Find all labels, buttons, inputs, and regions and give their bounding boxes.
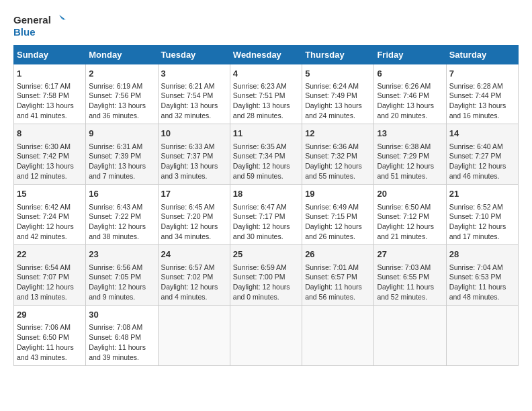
day-number: 16: [89, 188, 154, 200]
calendar-day-cell: 3Sunrise: 6:21 AM Sunset: 7:54 PM Daylig…: [158, 64, 230, 124]
day-info-text: Sunrise: 7:03 AM Sunset: 6:55 PM Dayligh…: [377, 263, 443, 302]
day-info-text: Sunrise: 6:30 AM Sunset: 7:42 PM Dayligh…: [17, 142, 83, 181]
day-number: 6: [377, 68, 443, 80]
day-info-text: Sunrise: 6:26 AM Sunset: 7:46 PM Dayligh…: [377, 81, 443, 121]
day-number: 8: [17, 128, 83, 140]
day-number: 12: [305, 128, 371, 140]
calendar-day-cell: 23Sunrise: 6:56 AM Sunset: 7:05 PM Dayli…: [86, 245, 158, 306]
calendar-day-cell: 21Sunrise: 6:52 AM Sunset: 7:10 PM Dayli…: [446, 185, 518, 245]
day-number: 20: [377, 188, 443, 200]
empty-day-cell: [374, 306, 446, 366]
day-number: 25: [233, 248, 299, 261]
day-info-text: Sunrise: 6:43 AM Sunset: 7:22 PM Dayligh…: [89, 202, 154, 242]
calendar-day-cell: 28Sunrise: 7:04 AM Sunset: 6:53 PM Dayli…: [446, 245, 518, 306]
calendar-week-row: 8Sunrise: 6:30 AM Sunset: 7:42 PM Daylig…: [14, 124, 519, 185]
day-number: 10: [161, 128, 227, 140]
calendar-day-cell: 14Sunrise: 6:40 AM Sunset: 7:27 PM Dayli…: [446, 124, 518, 185]
calendar-day-cell: 20Sunrise: 6:50 AM Sunset: 7:12 PM Dayli…: [374, 185, 446, 245]
day-info-text: Sunrise: 6:49 AM Sunset: 7:15 PM Dayligh…: [305, 202, 371, 242]
calendar-day-cell: 24Sunrise: 6:57 AM Sunset: 7:02 PM Dayli…: [158, 245, 230, 306]
calendar-day-cell: 18Sunrise: 6:47 AM Sunset: 7:17 PM Dayli…: [230, 185, 302, 245]
day-info-text: Sunrise: 6:56 AM Sunset: 7:05 PM Dayligh…: [89, 263, 154, 302]
calendar-week-row: 15Sunrise: 6:42 AM Sunset: 7:24 PM Dayli…: [14, 185, 519, 245]
day-number: 1: [17, 68, 83, 80]
day-number: 26: [305, 248, 371, 261]
calendar-day-cell: 19Sunrise: 6:49 AM Sunset: 7:15 PM Dayli…: [302, 185, 374, 245]
day-info-text: Sunrise: 6:31 AM Sunset: 7:39 PM Dayligh…: [89, 142, 154, 181]
day-number: 9: [89, 128, 154, 140]
calendar-day-cell: 1Sunrise: 6:17 AM Sunset: 7:58 PM Daylig…: [14, 64, 86, 124]
day-number: 30: [89, 309, 154, 321]
empty-day-cell: [302, 306, 374, 366]
empty-day-cell: [158, 306, 230, 366]
day-number: 13: [377, 128, 443, 140]
empty-day-cell: [230, 306, 302, 366]
calendar-day-cell: 6Sunrise: 6:26 AM Sunset: 7:46 PM Daylig…: [374, 64, 446, 124]
day-number: 11: [233, 128, 299, 140]
calendar-day-cell: 16Sunrise: 6:43 AM Sunset: 7:22 PM Dayli…: [86, 185, 158, 245]
day-info-text: Sunrise: 6:38 AM Sunset: 7:29 PM Dayligh…: [377, 142, 443, 181]
day-info-text: Sunrise: 6:33 AM Sunset: 7:37 PM Dayligh…: [161, 142, 227, 181]
day-info-text: Sunrise: 6:50 AM Sunset: 7:12 PM Dayligh…: [377, 202, 443, 242]
day-info-text: Sunrise: 7:06 AM Sunset: 6:50 PM Dayligh…: [17, 322, 83, 362]
day-info-text: Sunrise: 6:21 AM Sunset: 7:54 PM Dayligh…: [161, 81, 227, 121]
day-info-text: Sunrise: 6:57 AM Sunset: 7:02 PM Dayligh…: [161, 263, 227, 302]
day-info-text: Sunrise: 7:08 AM Sunset: 6:48 PM Dayligh…: [89, 322, 154, 362]
day-info-text: Sunrise: 6:23 AM Sunset: 7:51 PM Dayligh…: [233, 81, 299, 121]
day-info-text: Sunrise: 6:36 AM Sunset: 7:32 PM Dayligh…: [305, 142, 371, 181]
page-header: General Blue: [13, 13, 519, 38]
logo-general: General: [13, 15, 51, 26]
logo-blue: Blue: [13, 27, 36, 38]
empty-day-cell: [446, 306, 518, 366]
calendar-day-cell: 13Sunrise: 6:38 AM Sunset: 7:29 PM Dayli…: [374, 124, 446, 185]
day-number: 29: [17, 309, 83, 321]
day-info-text: Sunrise: 6:59 AM Sunset: 7:00 PM Dayligh…: [233, 263, 299, 302]
calendar-header-row: SundayMondayTuesdayWednesdayThursdayFrid…: [14, 45, 519, 64]
day-number: 17: [161, 188, 227, 200]
header-friday: Friday: [374, 45, 446, 64]
calendar-day-cell: 27Sunrise: 7:03 AM Sunset: 6:55 PM Dayli…: [374, 245, 446, 306]
day-number: 28: [449, 248, 515, 261]
calendar-week-row: 1Sunrise: 6:17 AM Sunset: 7:58 PM Daylig…: [14, 64, 519, 124]
day-info-text: Sunrise: 6:45 AM Sunset: 7:20 PM Dayligh…: [161, 202, 227, 242]
calendar-day-cell: 30Sunrise: 7:08 AM Sunset: 6:48 PM Dayli…: [86, 306, 158, 366]
calendar-day-cell: 25Sunrise: 6:59 AM Sunset: 7:00 PM Dayli…: [230, 245, 302, 306]
day-info-text: Sunrise: 6:35 AM Sunset: 7:34 PM Dayligh…: [233, 142, 299, 181]
header-thursday: Thursday: [302, 45, 374, 64]
day-number: 24: [161, 248, 227, 261]
day-number: 21: [449, 188, 515, 200]
svg-marker-1: [60, 17, 66, 20]
day-info-text: Sunrise: 6:47 AM Sunset: 7:17 PM Dayligh…: [233, 202, 299, 242]
day-number: 3: [161, 68, 227, 80]
day-number: 4: [233, 68, 299, 80]
day-number: 19: [305, 188, 371, 200]
calendar-day-cell: 5Sunrise: 6:24 AM Sunset: 7:49 PM Daylig…: [302, 64, 374, 124]
day-number: 22: [17, 248, 83, 261]
day-info-text: Sunrise: 6:54 AM Sunset: 7:07 PM Dayligh…: [17, 263, 83, 302]
calendar-day-cell: 4Sunrise: 6:23 AM Sunset: 7:51 PM Daylig…: [230, 64, 302, 124]
logo-bird-icon: [52, 13, 66, 27]
day-info-text: Sunrise: 6:17 AM Sunset: 7:58 PM Dayligh…: [17, 81, 83, 121]
header-tuesday: Tuesday: [158, 45, 230, 64]
calendar-day-cell: 29Sunrise: 7:06 AM Sunset: 6:50 PM Dayli…: [14, 306, 86, 366]
logo-container: General Blue: [13, 13, 66, 38]
logo: General Blue: [13, 13, 66, 38]
day-number: 27: [377, 248, 443, 261]
calendar-day-cell: 12Sunrise: 6:36 AM Sunset: 7:32 PM Dayli…: [302, 124, 374, 185]
day-info-text: Sunrise: 6:42 AM Sunset: 7:24 PM Dayligh…: [17, 202, 83, 242]
calendar-day-cell: 22Sunrise: 6:54 AM Sunset: 7:07 PM Dayli…: [14, 245, 86, 306]
calendar-day-cell: 10Sunrise: 6:33 AM Sunset: 7:37 PM Dayli…: [158, 124, 230, 185]
calendar-day-cell: 9Sunrise: 6:31 AM Sunset: 7:39 PM Daylig…: [86, 124, 158, 185]
day-number: 2: [89, 68, 154, 80]
day-info-text: Sunrise: 6:28 AM Sunset: 7:44 PM Dayligh…: [449, 81, 515, 121]
calendar-day-cell: 11Sunrise: 6:35 AM Sunset: 7:34 PM Dayli…: [230, 124, 302, 185]
day-number: 18: [233, 188, 299, 200]
calendar-day-cell: 2Sunrise: 6:19 AM Sunset: 7:56 PM Daylig…: [86, 64, 158, 124]
calendar-week-row: 22Sunrise: 6:54 AM Sunset: 7:07 PM Dayli…: [14, 245, 519, 306]
day-info-text: Sunrise: 6:52 AM Sunset: 7:10 PM Dayligh…: [449, 202, 515, 242]
calendar-day-cell: 8Sunrise: 6:30 AM Sunset: 7:42 PM Daylig…: [14, 124, 86, 185]
day-info-text: Sunrise: 7:04 AM Sunset: 6:53 PM Dayligh…: [449, 263, 515, 302]
day-number: 7: [449, 68, 515, 80]
day-number: 14: [449, 128, 515, 140]
header-monday: Monday: [86, 45, 158, 64]
